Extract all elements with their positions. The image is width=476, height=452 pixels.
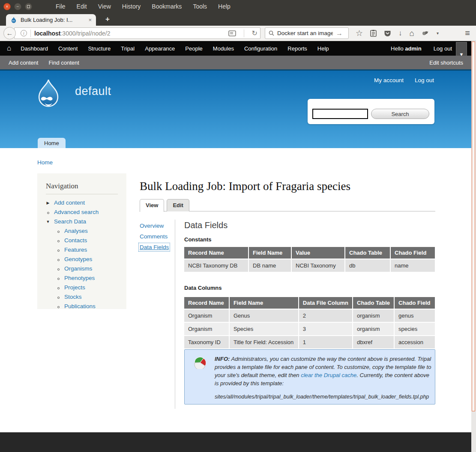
pane-nav-link[interactable]: Data Fields: [140, 244, 169, 250]
browser-tab[interactable]: Bulk Loading Job: I... ×: [6, 14, 96, 26]
shortcut-add-content[interactable]: Add content: [9, 59, 38, 66]
sidebar-item-analyses[interactable]: Analyses: [56, 228, 118, 234]
browser-scrollbar[interactable]: [471, 41, 476, 452]
sidebar-item-stocks[interactable]: Stocks: [56, 294, 118, 300]
reader-mode-icon[interactable]: [228, 30, 236, 36]
sidebar-link[interactable]: Advanced search: [54, 209, 99, 215]
menu-hamburger-icon[interactable]: ≡: [465, 28, 470, 38]
window-maximize-button[interactable]: [25, 3, 32, 10]
sidebar-link[interactable]: Organisms: [64, 265, 92, 272]
logout-link[interactable]: Log out: [415, 77, 434, 83]
window-close-button[interactable]: ×: [3, 3, 11, 10]
url-bar[interactable]: i localhost:3000/tripal/node/2 ↻: [14, 27, 260, 39]
bookmarks-menu-icon[interactable]: [370, 30, 377, 37]
site-search-input[interactable]: [312, 109, 368, 119]
sidebar-item-add-content[interactable]: ▶Add content: [46, 199, 118, 206]
admin-logout-link[interactable]: Log out: [434, 45, 452, 52]
table-cell: 1: [299, 336, 353, 349]
sidebar-link[interactable]: Contacts: [64, 237, 87, 244]
sidebar-link[interactable]: Genotypes: [64, 256, 92, 262]
extension-dropdown-icon[interactable]: ▾: [437, 31, 439, 36]
admin-username: admin: [405, 45, 421, 52]
window-titlebar: × − FileEditViewHistoryBookmarksToolsHel…: [0, 0, 476, 13]
tab-edit[interactable]: Edit: [167, 199, 189, 211]
admin-menu-reports[interactable]: Reports: [282, 45, 312, 52]
sidebar-link[interactable]: Stocks: [64, 294, 82, 300]
new-tab-button[interactable]: +: [101, 15, 114, 24]
browser-menu-edit[interactable]: Edit: [77, 3, 87, 10]
browser-menu-bookmarks[interactable]: Bookmarks: [152, 3, 182, 10]
shortcut-find-content[interactable]: Find content: [48, 59, 79, 66]
admin-menu-content[interactable]: Content: [53, 45, 83, 52]
browser-menu-history[interactable]: History: [122, 3, 141, 10]
admin-menu-structure[interactable]: Structure: [83, 45, 116, 52]
edit-shortcuts-link[interactable]: Edit shortcuts: [429, 59, 463, 66]
my-account-link[interactable]: My account: [374, 77, 404, 83]
admin-menu-configuration[interactable]: Configuration: [239, 45, 282, 52]
sidebar-link[interactable]: Analyses: [64, 228, 88, 234]
bookmark-star-icon[interactable]: ☆: [356, 29, 363, 37]
sidebar-item-contacts[interactable]: Contacts: [56, 237, 118, 244]
breadcrumb-home-link[interactable]: Home: [37, 159, 53, 166]
pane-nav-link[interactable]: Overview: [140, 223, 164, 229]
sidebar-link[interactable]: Features: [64, 247, 87, 253]
sidebar-item-features[interactable]: Features: [56, 247, 118, 253]
sidebar-link[interactable]: Search Data: [54, 218, 86, 225]
sidebar-item-organisms[interactable]: Organisms: [56, 265, 118, 272]
admin-home-icon[interactable]: ⌂: [7, 44, 11, 53]
vertical-divider: [175, 220, 175, 409]
pane-nav-link[interactable]: Comments: [140, 233, 168, 240]
sidebar-item-projects[interactable]: Projects: [56, 284, 118, 291]
pane-nav-data-fields[interactable]: Data Fields: [140, 244, 174, 250]
admin-menu-dashboard[interactable]: Dashboard: [15, 45, 53, 52]
home-icon[interactable]: ⌂: [410, 29, 414, 37]
search-go-icon[interactable]: →: [336, 30, 343, 37]
pocket-icon[interactable]: [384, 30, 391, 37]
main-menu-home-tab[interactable]: Home: [38, 138, 66, 148]
sidebar-item-advanced-search[interactable]: Advanced search: [46, 209, 118, 215]
expanded-arrow-icon[interactable]: ▼: [46, 220, 50, 224]
browser-menu-help[interactable]: Help: [218, 3, 231, 10]
browser-search-bar[interactable]: →: [265, 27, 349, 39]
collapsed-arrow-icon[interactable]: ▶: [46, 201, 50, 205]
site-info-icon[interactable]: i: [21, 30, 27, 36]
constants-table: Record NameField NameValueChado TableCha…: [184, 247, 435, 273]
window-minimize-button[interactable]: −: [14, 3, 21, 10]
admin-menu-people[interactable]: People: [180, 45, 207, 52]
site-name[interactable]: default: [75, 85, 111, 98]
pane-nav-comments[interactable]: Comments: [140, 233, 174, 240]
browser-menu-file[interactable]: File: [56, 3, 66, 10]
search-block: Search: [308, 99, 434, 124]
clear-cache-link[interactable]: clear the Drupal cache: [301, 372, 356, 378]
site-search-button[interactable]: Search: [371, 109, 429, 119]
table-cell: Organism: [184, 309, 229, 322]
tab-close-icon[interactable]: ×: [88, 17, 92, 23]
extension-icon[interactable]: [422, 30, 429, 36]
browser-tabbar: Bulk Loading Job: I... × +: [0, 13, 476, 26]
admin-menu-modules[interactable]: Modules: [208, 45, 239, 52]
sidebar-link[interactable]: Projects: [64, 284, 85, 291]
sidebar-item-publications[interactable]: Publications: [56, 303, 118, 309]
downloads-icon[interactable]: ↓: [398, 30, 402, 37]
sidebar-item-search-data[interactable]: ▼Search Data: [46, 218, 118, 225]
sidebar-item-genotypes[interactable]: Genotypes: [56, 256, 118, 262]
admin-menu-tripal[interactable]: Tripal: [116, 45, 140, 52]
admin-menu-help[interactable]: Help: [312, 45, 334, 52]
sidebar-link[interactable]: Add content: [54, 199, 85, 206]
refresh-icon[interactable]: ↻: [252, 29, 257, 37]
pane-nav-overview[interactable]: Overview: [140, 223, 174, 229]
window-controls: × −: [3, 3, 32, 10]
browser-menu-view[interactable]: View: [98, 3, 111, 10]
tab-view[interactable]: View: [140, 199, 164, 212]
drupal-logo[interactable]: [33, 79, 63, 109]
browser-search-input[interactable]: [277, 30, 333, 36]
back-button[interactable]: ←: [3, 27, 16, 39]
sidebar-link[interactable]: Publications: [64, 303, 96, 309]
sidebar-item-phenotypes[interactable]: Phenotypes: [56, 275, 118, 281]
table-cell: NCBI Taxonomy: [291, 259, 345, 272]
main-column: Bulk Loading Job: Import of Fragaria spe…: [140, 148, 435, 432]
sidebar-link[interactable]: Phenotypes: [64, 275, 95, 281]
admin-menu-appearance[interactable]: Appearance: [140, 45, 180, 52]
browser-menu-tools[interactable]: Tools: [193, 3, 207, 10]
scrollbar-thumb[interactable]: [472, 42, 475, 411]
